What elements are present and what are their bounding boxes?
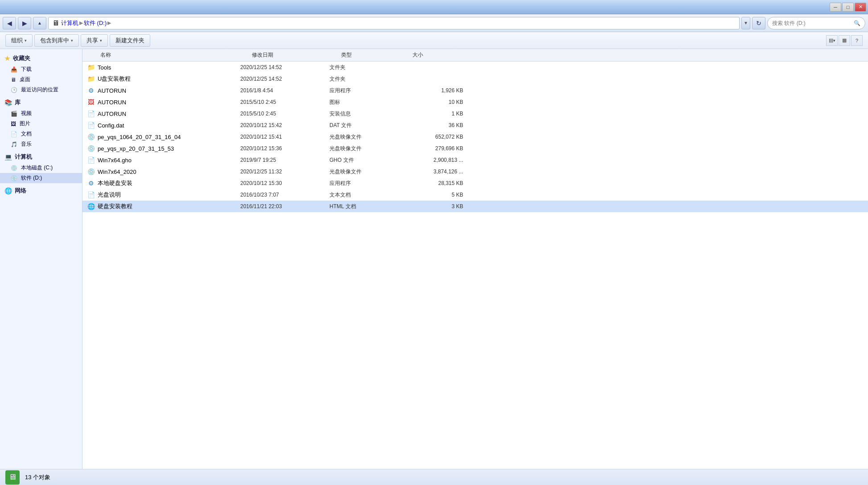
file-type: 图标 [329, 99, 401, 106]
search-icon: 🔍 [854, 20, 860, 26]
address-dropdown-button[interactable]: ▼ [741, 17, 750, 29]
address-path[interactable]: 🖥 计算机 ▶ 软件 (D:) ▶ [48, 17, 740, 29]
music-label: 音乐 [21, 140, 32, 148]
table-row[interactable]: ⚙ AUTORUN 2016/1/8 4:54 应用程序 1,926 KB [82, 85, 868, 96]
share-button[interactable]: 共享 ▾ [81, 34, 108, 47]
crumb-drive[interactable]: 软件 (D:) [84, 19, 107, 27]
file-type: 文件夹 [329, 64, 401, 71]
file-icon: 📁 [86, 75, 96, 82]
view-buttons: ▤ ▾ ▦ ? [826, 35, 863, 46]
sidebar-item-drive-c[interactable]: 💿 本地磁盘 (C:) [0, 163, 82, 173]
column-date-header[interactable]: 修改日期 [248, 51, 337, 59]
minimize-button[interactable]: ─ [830, 3, 841, 12]
file-size: 1,926 KB [401, 87, 472, 94]
up-button[interactable]: ▲ [33, 17, 46, 29]
file-name: Win7x64_2020 [98, 169, 240, 175]
include-button[interactable]: 包含到库中 ▾ [34, 34, 79, 47]
column-size-header[interactable]: 大小 [409, 51, 480, 59]
file-size: 652,072 KB [401, 134, 472, 140]
sidebar-section-favorites: ★ 收藏夹 📥 下载 🖥 桌面 🕒 最近访问的位置 [0, 53, 82, 95]
sidebar: ★ 收藏夹 📥 下载 🖥 桌面 🕒 最近访问的位置 📚 库 [0, 49, 82, 469]
file-type: 应用程序 [329, 87, 401, 95]
table-row[interactable]: 💿 pe_yqs_1064_20_07_31_16_04 2020/10/12 … [82, 131, 868, 143]
search-input[interactable] [772, 20, 852, 26]
sidebar-item-documents[interactable]: 📄 文档 [0, 129, 82, 139]
file-type: 光盘映像文件 [329, 145, 401, 152]
view-mode-button[interactable]: ▤ ▾ [826, 35, 838, 46]
addressbar: ◀ ▶ ▲ 🖥 计算机 ▶ 软件 (D:) ▶ ▼ ↻ 🔍 [0, 14, 868, 32]
file-date: 2020/10/12 15:30 [240, 180, 329, 186]
file-date: 2020/12/25 14:52 [240, 76, 329, 82]
sidebar-computer-header[interactable]: 💻 计算机 [0, 151, 82, 163]
sidebar-item-video[interactable]: 🎬 视频 [0, 108, 82, 119]
file-type: 文件夹 [329, 75, 401, 83]
file-name: Config.dat [98, 122, 240, 129]
table-row[interactable]: 📄 AUTORUN 2015/5/10 2:45 安装信息 1 KB [82, 108, 868, 119]
file-type: 文本文档 [329, 191, 401, 199]
table-row[interactable]: 🖼 AUTORUN 2015/5/10 2:45 图标 10 KB [82, 96, 868, 108]
column-type-header[interactable]: 类型 [337, 51, 409, 59]
table-row[interactable]: 🌐 硬盘安装教程 2016/11/21 22:03 HTML 文档 3 KB [82, 201, 868, 212]
column-name-header[interactable]: 名称 [97, 51, 248, 59]
column-headers: 名称 修改日期 类型 大小 [82, 49, 868, 62]
file-name: Tools [98, 64, 240, 71]
maximize-button[interactable]: □ [842, 3, 854, 12]
file-icon: 💿 [86, 168, 96, 175]
file-date: 2016/10/23 7:07 [240, 192, 329, 198]
file-size: 28,315 KB [401, 180, 472, 186]
organize-button[interactable]: 组织 ▾ [5, 34, 33, 47]
toolbar: 组织 ▾ 包含到库中 ▾ 共享 ▾ 新建文件夹 ▤ ▾ ▦ ? [0, 32, 868, 49]
file-size: 1 KB [401, 111, 472, 117]
include-label: 包含到库中 [40, 37, 69, 45]
libraries-label: 库 [15, 99, 21, 107]
sidebar-item-desktop[interactable]: 🖥 桌面 [0, 74, 82, 85]
video-label: 视频 [21, 110, 32, 117]
file-size: 10 KB [401, 99, 472, 105]
preview-button[interactable]: ▦ [839, 35, 850, 46]
file-icon: 🖼 [86, 99, 96, 106]
file-list: 📁 Tools 2020/12/25 14:52 文件夹 📁 U盘安装教程 20… [82, 62, 868, 469]
search-box[interactable]: 🔍 [767, 17, 865, 29]
table-row[interactable]: ⚙ 本地硬盘安装 2020/10/12 15:30 应用程序 28,315 KB [82, 177, 868, 189]
table-row[interactable]: 📄 Win7x64.gho 2019/9/7 19:25 GHO 文件 2,90… [82, 154, 868, 166]
organize-dropdown-icon: ▾ [25, 38, 27, 43]
sidebar-favorites-header[interactable]: ★ 收藏夹 [0, 53, 82, 64]
table-row[interactable]: 💿 pe_yqs_xp_20_07_31_15_53 2020/10/12 15… [82, 143, 868, 154]
file-name: U盘安装教程 [98, 75, 240, 83]
help-button[interactable]: ? [851, 35, 863, 46]
file-type: 光盘映像文件 [329, 168, 401, 176]
back-button[interactable]: ◀ [3, 17, 16, 29]
sidebar-item-downloads[interactable]: 📥 下载 [0, 64, 82, 74]
table-row[interactable]: 📁 Tools 2020/12/25 14:52 文件夹 [82, 62, 868, 73]
forward-button[interactable]: ▶ [18, 17, 31, 29]
sidebar-network-header[interactable]: 🌐 网络 [0, 185, 82, 197]
forward-icon: ▶ [22, 20, 27, 27]
sidebar-item-recent[interactable]: 🕒 最近访问的位置 [0, 85, 82, 95]
table-row[interactable]: 📄 Config.dat 2020/10/12 15:42 DAT 文件 36 … [82, 119, 868, 131]
sidebar-item-pictures[interactable]: 🖼 图片 [0, 119, 82, 129]
back-icon: ◀ [7, 20, 12, 27]
file-size: 2,900,813 ... [401, 157, 472, 163]
table-row[interactable]: 💿 Win7x64_2020 2020/12/25 11:32 光盘映像文件 3… [82, 166, 868, 177]
crumb-computer[interactable]: 计算机 [61, 19, 78, 27]
desktop-icon: 🖥 [11, 77, 16, 83]
breadcrumb: 计算机 ▶ 软件 (D:) ▶ [61, 19, 111, 27]
new-folder-button[interactable]: 新建文件夹 [110, 34, 150, 47]
file-icon: 📄 [86, 156, 96, 164]
sidebar-item-drive-d[interactable]: 💿 软件 (D:) [0, 173, 82, 183]
libraries-icon: 📚 [4, 99, 12, 106]
up-icon: ▲ [37, 21, 42, 25]
sidebar-item-music[interactable]: 🎵 音乐 [0, 139, 82, 149]
table-row[interactable]: 📁 U盘安装教程 2020/12/25 14:52 文件夹 [82, 73, 868, 85]
file-type: 安装信息 [329, 110, 401, 118]
network-icon: 🌐 [4, 187, 12, 194]
file-icon: 📄 [86, 191, 96, 198]
table-row[interactable]: 📄 光盘说明 2016/10/23 7:07 文本文档 5 KB [82, 189, 868, 201]
file-date: 2020/10/12 15:42 [240, 122, 329, 128]
close-button[interactable]: ✕ [855, 3, 866, 12]
refresh-button[interactable]: ↻ [752, 17, 765, 29]
sidebar-libraries-header[interactable]: 📚 库 [0, 97, 82, 108]
file-name: AUTORUN [98, 99, 240, 106]
recent-label: 最近访问的位置 [21, 86, 58, 94]
desktop-label: 桌面 [20, 76, 30, 83]
